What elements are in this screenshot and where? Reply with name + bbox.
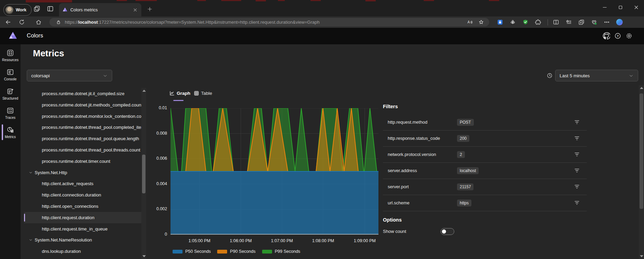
y-tick-label: 0.002: [148, 206, 167, 211]
filter-icon[interactable]: [574, 151, 580, 158]
page-scrollbar[interactable]: [639, 85, 644, 259]
x-tick-label: 1:07:00 PM: [271, 238, 293, 243]
chevron-down-icon: [28, 170, 33, 175]
metric-item[interactable]: process.runtime.dotnet.thread_pool.compl…: [24, 122, 141, 133]
help-icon[interactable]: ?: [614, 32, 621, 40]
workspaces-icon[interactable]: [33, 5, 40, 12]
sidebar-item-label: Resources: [2, 58, 19, 62]
resource-select[interactable]: colorsapi: [27, 70, 112, 81]
metric-item[interactable]: http.client.connection.duration: [24, 189, 141, 201]
refresh-button[interactable]: [19, 19, 25, 25]
metric-label: http.client.request.duration: [42, 215, 94, 220]
adguard-icon[interactable]: [522, 19, 529, 25]
legend-item-p99[interactable]: P99 Seconds: [262, 249, 300, 254]
metric-group[interactable]: System.Net.NameResolution: [24, 234, 141, 246]
back-button[interactable]: [5, 19, 11, 25]
legend-swatch: [262, 250, 272, 254]
metric-item[interactable]: process.runtime.dotnet.monitor.lock_cont…: [24, 111, 141, 122]
table-icon: [194, 91, 199, 96]
browser-profile-button[interactable]: Work: [3, 4, 32, 16]
read-aloud-icon[interactable]: A: [467, 19, 473, 25]
github-icon[interactable]: [603, 32, 610, 40]
filter-name: http.response.status_code: [388, 136, 453, 141]
tab-table[interactable]: Table: [194, 91, 212, 96]
y-tick-label: 0.008: [148, 131, 167, 136]
metric-item[interactable]: http.client.request.time_in_queue: [24, 223, 141, 235]
home-button[interactable]: [35, 19, 42, 25]
metric-item[interactable]: process.runtime.dotnet.jit.il_compiled.s…: [24, 88, 141, 99]
resources-icon: [7, 49, 14, 57]
sidebar-item-structured[interactable]: Structured: [0, 85, 21, 103]
legend-label: P99 Seconds: [275, 249, 300, 254]
filter-icon[interactable]: [574, 200, 580, 206]
chevron-down-icon: [629, 73, 634, 78]
sidebar-item-resources[interactable]: Resources: [0, 46, 21, 65]
split-screen-icon[interactable]: [553, 19, 559, 25]
metric-item[interactable]: http.client.open_connections: [24, 201, 141, 212]
scroll-up-icon[interactable]: [142, 90, 146, 92]
aspire-favicon: [62, 7, 68, 12]
background-window-artifact: [311, 0, 321, 1]
scroll-down-icon[interactable]: [640, 255, 643, 257]
filter-icon[interactable]: [574, 135, 580, 142]
resource-select-value: colorsapi: [31, 73, 50, 78]
tab-close-icon[interactable]: [132, 7, 138, 13]
show-count-toggle[interactable]: [441, 228, 454, 235]
sidebar-item-traces[interactable]: Traces: [0, 104, 21, 122]
metric-group[interactable]: System.Net.Http: [24, 167, 141, 178]
filter-icon[interactable]: [574, 119, 580, 125]
tab-graph[interactable]: Graph: [169, 91, 190, 96]
legend-item-p50[interactable]: P50 Seconds: [173, 249, 211, 254]
tab-actions-icon[interactable]: [47, 5, 54, 12]
y-tick-label: 0.004: [148, 181, 167, 186]
sidebar-item-label: Traces: [5, 116, 15, 120]
metric-item[interactable]: process.runtime.dotnet.thread_pool.threa…: [24, 144, 141, 156]
background-window-artifact: [117, 0, 127, 1]
favorites-list-icon[interactable]: [565, 19, 572, 25]
browser-tab[interactable]: Colors metrics: [59, 3, 141, 16]
metric-item[interactable]: http.client.active_requests: [24, 178, 141, 189]
time-range-value: Last 5 minutes: [560, 73, 590, 78]
metric-item[interactable]: process.runtime.dotnet.timer.count: [24, 156, 141, 167]
metric-item[interactable]: process.runtime.dotnet.thread_pool.queue…: [24, 133, 141, 144]
extensions-icon[interactable]: [535, 19, 541, 25]
window-minimize-button[interactable]: [597, 0, 612, 14]
metric-item[interactable]: http.client.request.duration: [24, 212, 141, 223]
window-close-button[interactable]: [628, 0, 644, 14]
metric-label: process.runtime.dotnet.thread_pool.compl…: [42, 125, 141, 130]
scroll-down-icon[interactable]: [142, 255, 146, 257]
filter-row: http.response.status_code200: [383, 131, 587, 147]
lock-icon[interactable]: [56, 19, 61, 25]
tree-scrollbar-thumb[interactable]: [142, 155, 145, 193]
metric-item[interactable]: process.runtime.dotnet.jit.methods_compi…: [24, 99, 141, 111]
orchid-icon[interactable]: [510, 19, 516, 25]
legend-item-p90[interactable]: P90 Seconds: [217, 249, 255, 254]
browser-essentials-icon[interactable]: [591, 19, 597, 25]
window-maximize-button[interactable]: [612, 0, 628, 14]
filter-icon[interactable]: [574, 183, 580, 190]
filter-name: server.address: [388, 168, 453, 173]
favorite-star-icon[interactable]: [478, 19, 484, 25]
filter-name: network.protocol.version: [388, 152, 453, 157]
background-window-artifact: [365, 0, 376, 1]
new-tab-button[interactable]: [147, 6, 153, 12]
more-icon[interactable]: [604, 19, 610, 25]
browser-tab-bar: Work Colors metrics: [0, 0, 644, 16]
scroll-up-icon[interactable]: [640, 87, 643, 89]
filter-row: url.schemehttps: [383, 195, 587, 211]
settings-icon[interactable]: [625, 32, 633, 40]
address-bar[interactable]: https://localhost:17227/metrics/resource…: [49, 18, 489, 26]
tree-scrollbar[interactable]: [141, 88, 146, 259]
filter-icon[interactable]: [574, 167, 580, 174]
metric-item[interactable]: dns.lookup.duration: [24, 246, 141, 257]
sidebar-item-console[interactable]: Console: [0, 65, 21, 84]
metrics-icon: [7, 126, 14, 134]
profile-label: Work: [16, 8, 26, 12]
password-manager-icon[interactable]: [497, 19, 503, 25]
sidebar-item-metrics[interactable]: Metrics: [0, 123, 21, 142]
collections-icon[interactable]: [578, 19, 585, 25]
structured-icon: [7, 88, 14, 95]
copilot-icon[interactable]: [616, 19, 623, 25]
time-range-select[interactable]: Last 5 minutes: [555, 70, 638, 81]
page-scrollbar-thumb[interactable]: [640, 93, 643, 209]
